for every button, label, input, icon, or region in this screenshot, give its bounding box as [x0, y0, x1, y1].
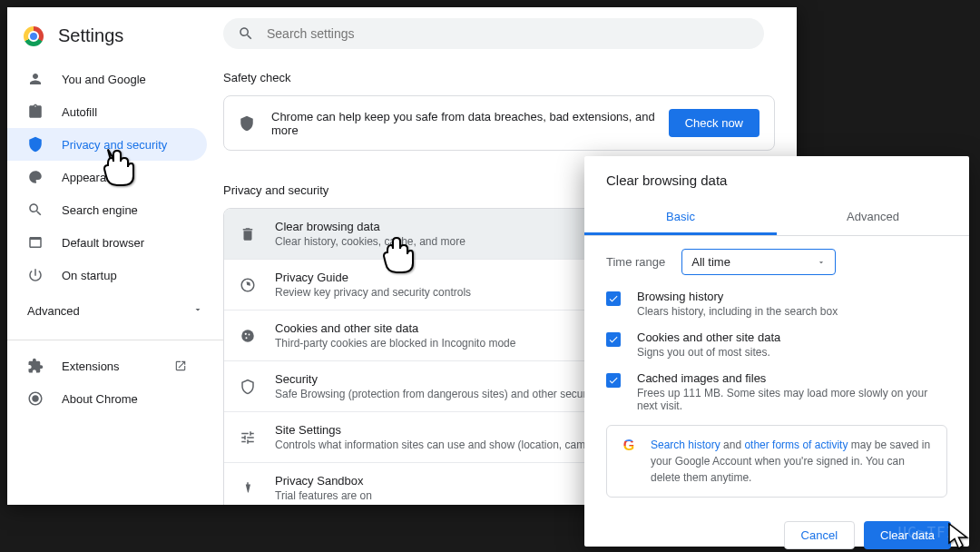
- chrome-logo-icon: [24, 26, 44, 46]
- clear-browsing-data-dialog: Clear browsing data Basic Advanced Time …: [584, 156, 969, 547]
- dialog-tabs: Basic Advanced: [584, 201, 969, 236]
- checkbox-title: Cookies and other site data: [637, 330, 947, 344]
- clipboard-icon: [27, 104, 44, 120]
- power-icon: [27, 267, 44, 283]
- sidebar-item-label: Appearance: [62, 171, 125, 184]
- shield-icon: [27, 136, 44, 153]
- advanced-label: Advanced: [27, 304, 80, 318]
- watermark: UG≥TFIX: [898, 524, 965, 541]
- sidebar-item-privacy-security[interactable]: Privacy and security: [7, 128, 207, 161]
- compass-icon: [239, 277, 257, 293]
- shield-outline-icon: [239, 379, 257, 395]
- cancel-button[interactable]: Cancel: [784, 521, 855, 549]
- sidebar-item-search-engine[interactable]: Search engine: [7, 193, 207, 226]
- search-history-link[interactable]: Search history: [651, 439, 720, 451]
- sidebar-item-label: Default browser: [62, 236, 144, 250]
- sidebar-item-on-startup[interactable]: On startup: [7, 259, 207, 291]
- tune-icon: [239, 429, 257, 446]
- safety-section-label: Safety check: [223, 71, 775, 84]
- sidebar-item-label: Autofill: [62, 105, 97, 119]
- checkbox-title: Cached images and files: [637, 371, 947, 385]
- browser-icon: [27, 234, 44, 251]
- checkbox-icon: [606, 332, 621, 347]
- tab-basic[interactable]: Basic: [584, 201, 777, 235]
- sidebar: Settings You and Google Autofill Privacy…: [7, 7, 223, 505]
- flask-icon: [239, 480, 257, 497]
- sidebar-item-label: You and Google: [62, 73, 146, 86]
- tab-advanced[interactable]: Advanced: [777, 201, 969, 235]
- google-logo-icon: G: [620, 437, 638, 455]
- time-range-label: Time range: [606, 255, 665, 269]
- dialog-body: Time range All time Browsing historyClea…: [584, 236, 969, 510]
- checkbox-icon: [606, 373, 621, 388]
- page-title: Settings: [58, 25, 123, 46]
- sidebar-item-label: Search engine: [62, 203, 138, 217]
- time-range-select[interactable]: All time: [681, 249, 836, 275]
- person-icon: [27, 71, 44, 87]
- safety-text: Chrome can help keep you safe from data …: [271, 110, 669, 137]
- other-activity-link[interactable]: other forms of activity: [744, 439, 848, 451]
- shield-icon: [239, 115, 255, 132]
- search-icon: [238, 25, 254, 42]
- extension-icon: [27, 358, 44, 374]
- search-input[interactable]: [267, 26, 750, 41]
- sidebar-item-default-browser[interactable]: Default browser: [7, 226, 207, 259]
- svg-point-0: [241, 330, 254, 342]
- sidebar-item-label: On startup: [62, 269, 117, 282]
- checkbox-cookies[interactable]: Cookies and other site dataSigns you out…: [606, 330, 947, 359]
- external-link-icon: [174, 360, 187, 372]
- sidebar-item-appearance[interactable]: Appearance: [7, 161, 207, 193]
- checkbox-sub: Frees up 111 MB. Some sites may load mor…: [637, 387, 947, 412]
- sidebar-item-extensions[interactable]: Extensions: [7, 350, 207, 382]
- google-account-info: G Search history and other forms of acti…: [606, 425, 947, 498]
- sidebar-item-label: Extensions: [62, 360, 174, 373]
- sidebar-advanced-toggle[interactable]: Advanced: [7, 291, 223, 330]
- divider: [7, 340, 223, 340]
- search-icon: [27, 202, 44, 218]
- sidebar-item-autofill[interactable]: Autofill: [7, 95, 207, 128]
- chevron-down-icon: [192, 304, 203, 318]
- svg-point-2: [249, 333, 250, 335]
- checkbox-icon: [606, 291, 621, 306]
- checkbox-sub: Signs you out of most sites.: [637, 346, 947, 359]
- checkbox-browsing-history[interactable]: Browsing historyClears history, includin…: [606, 290, 947, 318]
- checkbox-title: Browsing history: [637, 290, 947, 303]
- dropdown-icon: [817, 258, 826, 267]
- chrome-outline-icon: [27, 390, 44, 407]
- checkbox-cached[interactable]: Cached images and filesFrees up 111 MB. …: [606, 371, 947, 412]
- sidebar-item-label: Privacy and security: [62, 138, 167, 152]
- cookie-icon: [239, 328, 257, 344]
- palette-icon: [27, 169, 44, 185]
- check-now-button[interactable]: Check now: [669, 109, 760, 137]
- trash-icon: [239, 226, 257, 242]
- time-range-value: All time: [691, 255, 730, 269]
- sidebar-item-you-and-google[interactable]: You and Google: [7, 63, 207, 95]
- svg-point-3: [246, 337, 248, 339]
- sidebar-item-about-chrome[interactable]: About Chrome: [7, 382, 207, 415]
- info-text: Search history and other forms of activi…: [651, 437, 934, 486]
- svg-point-1: [245, 332, 247, 334]
- search-bar[interactable]: [223, 18, 764, 49]
- sidebar-item-label: About Chrome: [62, 392, 138, 406]
- header: Settings: [7, 18, 223, 63]
- checkbox-sub: Clears history, including in the search …: [637, 305, 947, 318]
- safety-check-card: Chrome can help keep you safe from data …: [223, 95, 775, 151]
- dialog-title: Clear browsing data: [584, 156, 969, 201]
